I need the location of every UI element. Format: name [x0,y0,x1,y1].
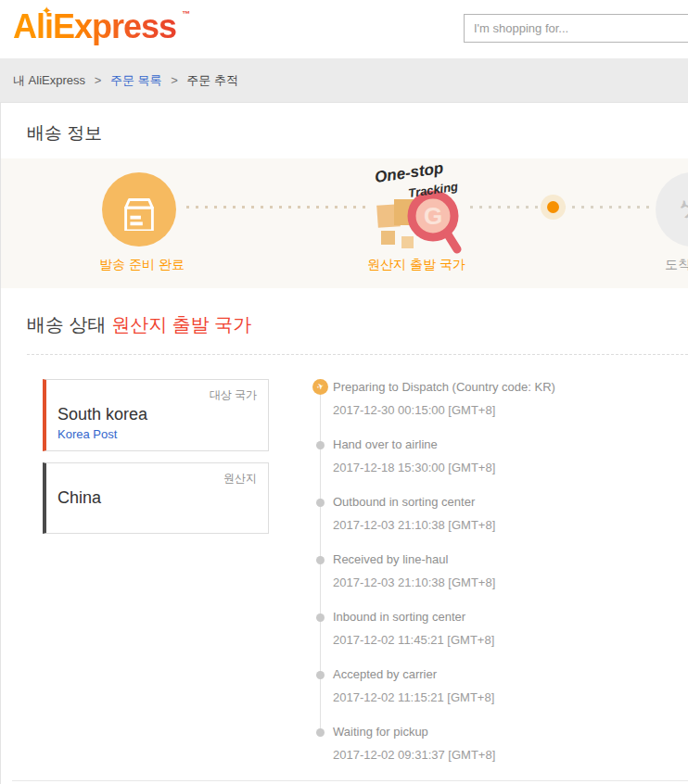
timeline-event: Received by line-haul 2017-12-03 21:10:3… [312,551,683,609]
logo-sparkle-icon: ✦ [42,4,52,18]
dashed-separator [27,354,688,355]
breadcrumb-order-list-link[interactable]: 주문 목록 [110,73,162,87]
timeline-event: Hand over to airline 2017-12-18 15:30:00… [312,436,683,494]
timeline-dot-icon [316,556,325,564]
timeline-event: Accepted by carrier 2017-12-02 11:15:21 … [312,666,683,724]
timeline-event-date: 2017-12-18 15:30:00 [GMT+8] [333,461,683,474]
timeline-event-date: 2017-12-03 21:10:38 [GMT+8] [333,518,683,532]
timeline-event-title: Waiting for pickup [333,724,683,739]
package-icon [118,188,160,231]
target-country-card: 대상 국가 South korea Korea Post [43,379,269,451]
origin-country-card: 원산지 China [43,462,269,534]
timeline-event-title: Outbound in sorting center [333,494,683,509]
breadcrumb-order-tracking: 주문 추적 [186,73,238,87]
progress-connector-dotted [186,206,368,209]
search-input[interactable] [464,14,688,43]
panel-title: 배송 정보 [1,103,688,158]
timeline-event-title: Preparing to Dispatch (Country code: KR) [333,379,683,394]
plane-landing-icon: ✈ [672,186,688,233]
step-arrival-country: ✈ [656,172,688,247]
timeline-event-title: Inbound in sorting center [333,609,683,624]
timeline-event: ✈ Preparing to Dispatch (Country code: K… [312,379,683,436]
carrier-link[interactable]: Korea Post [57,427,257,441]
shipping-info-panel: 배송 정보 G One-stop Tracking [0,102,688,784]
logo-trademark: ™ [182,9,190,19]
timeline-event-title: Received by line-haul [333,551,683,566]
svg-text:G: G [424,202,442,230]
step-dispatch-ready [102,172,176,247]
timeline-event: Waiting for pickup 2017-12-02 09:31:37 [… [312,724,683,781]
page-header: AliExpress ✦ ™ [0,0,688,58]
timeline-event-date: 2017-12-03 21:10:38 [GMT+8] [333,575,683,589]
one-stop-tracking-icon: G One-stop Tracking [366,164,474,255]
origin-country-tag: 원산지 [57,471,257,487]
timeline-event-date: 2017-12-02 11:45:21 [GMT+8] [333,633,683,647]
breadcrumb-my-aliexpress[interactable]: 내 AliExpress [13,73,85,87]
origin-country-name: China [57,488,257,508]
timeline-dot-icon [316,499,325,507]
tracking-timeline: ✈ Preparing to Dispatch (Country code: K… [312,379,683,781]
aliexpress-logo[interactable]: AliExpress [13,7,176,46]
timeline-active-plane-icon: ✈ [312,379,328,395]
step-label-arrival-country: 도착 국가 [665,257,688,273]
timeline-event-title: Accepted by carrier [333,666,683,681]
target-country-name: South korea [57,405,257,424]
breadcrumb: 내 AliExpress > 주문 목록 > 주문 추적 [0,58,688,102]
timeline-event-date: 2017-12-02 11:15:21 [GMT+8] [333,690,683,704]
timeline-dot-icon [316,613,325,622]
timeline-dot-icon [316,441,325,449]
timeline-event: Inbound in sorting center 2017-12-02 11:… [312,609,683,666]
breadcrumb-separator: > [171,73,178,87]
timeline-event-title: Hand over to airline [333,436,683,451]
current-position-dot-icon [547,201,559,213]
shipping-status-heading: 배송 상태 원산지 출발 국가 [27,312,688,337]
target-country-tag: 대상 국가 [57,387,257,403]
timeline-event-date: 2017-12-02 09:31:37 [GMT+8] [333,748,683,762]
timeline-event-date: 2017-12-30 00:15:00 [GMT+8] [333,403,683,417]
timeline-dot-icon [316,671,325,679]
shipping-progress-tracker: G One-stop Tracking ✈ 발송 준비 완료 원산지 출발 국가… [1,158,688,288]
current-position-marker [541,195,566,220]
breadcrumb-separator: > [95,73,102,87]
country-cards: 대상 국가 South korea Korea Post 원산지 China [43,379,269,545]
timeline-dot-icon [316,728,325,737]
status-value: 원산지 출발 국가 [111,314,251,335]
status-label: 배송 상태 [27,314,107,335]
one-stop-tracking-logo: G One-stop Tracking [366,164,474,259]
timeline-event: Outbound in sorting center 2017-12-03 21… [312,494,683,551]
step-label-dispatch-ready: 발송 준비 완료 [99,257,185,273]
step-label-origin-departure: 원산지 출발 국가 [367,257,465,273]
